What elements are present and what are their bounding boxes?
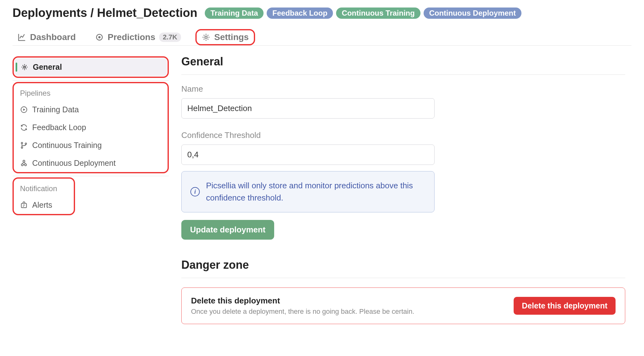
sidebar-item-continuous-deployment[interactable]: Continuous Deployment — [14, 154, 168, 172]
badge-training-data[interactable]: Training Data — [205, 8, 264, 19]
sidebar-item-training-data[interactable]: Training Data — [14, 101, 168, 119]
name-label: Name — [181, 84, 625, 94]
sidebar-item-feedback-loop[interactable]: Feedback Loop — [14, 119, 168, 136]
svg-point-1 — [99, 37, 100, 38]
threshold-info-text: Picsellia will only store and monitor pr… — [206, 180, 425, 204]
svg-point-2 — [205, 36, 207, 38]
field-threshold: Confidence Threshold i Picsellia will on… — [181, 130, 625, 212]
sidebar-item-alerts-label: Alerts — [32, 201, 52, 210]
tab-settings-label: Settings — [214, 32, 249, 42]
refresh-icon — [20, 124, 28, 131]
gear-icon — [21, 63, 28, 71]
svg-point-6 — [21, 147, 23, 149]
delete-title: Delete this deployment — [191, 296, 414, 306]
danger-text: Delete this deployment Once you delete a… — [191, 296, 414, 316]
delete-deployment-button[interactable]: Delete this deployment — [514, 297, 616, 315]
sidebar-item-feedback-loop-label: Feedback Loop — [32, 123, 86, 132]
name-input[interactable] — [181, 98, 435, 119]
tab-predictions[interactable]: Predictions 2.7K — [90, 30, 186, 44]
sidebar-item-general[interactable]: General — [14, 58, 167, 76]
tab-dashboard[interactable]: Dashboard — [13, 30, 81, 44]
threshold-info-callout: i Picsellia will only store and monitor … — [181, 171, 435, 212]
sidebar-item-continuous-training-label: Continuous Training — [32, 141, 102, 150]
gear-icon — [202, 33, 210, 42]
svg-point-8 — [21, 164, 23, 166]
svg-point-10 — [23, 160, 25, 162]
sidebar-item-continuous-training[interactable]: Continuous Training — [14, 136, 168, 154]
delete-subtitle: Once you delete a deployment, there is n… — [191, 308, 414, 316]
tab-settings[interactable]: Settings — [195, 29, 255, 45]
sidebar-item-general-label: General — [33, 63, 62, 72]
section-divider — [181, 74, 625, 75]
sidebar-item-continuous-deployment-label: Continuous Deployment — [32, 159, 116, 168]
svg-rect-11 — [21, 203, 27, 208]
webhook-icon — [20, 159, 28, 167]
update-deployment-button[interactable]: Update deployment — [181, 220, 274, 240]
info-icon: i — [190, 187, 200, 196]
breadcrumb: Deployments / Helmet_Detection — [13, 6, 197, 20]
danger-divider — [181, 278, 625, 278]
tab-dashboard-label: Dashboard — [30, 32, 76, 42]
git-branch-icon — [20, 141, 28, 149]
sidebar-group-pipelines-label: Pipelines — [14, 83, 168, 101]
sidebar-group-notification-label: Notification — [14, 179, 74, 196]
field-name: Name — [181, 84, 625, 119]
sidebar-divider — [13, 80, 169, 81]
threshold-input[interactable] — [181, 145, 435, 165]
badge-continuous-training[interactable]: Continuous Training — [336, 8, 420, 19]
badge-feedback-loop[interactable]: Feedback Loop — [267, 8, 333, 19]
target-icon — [95, 33, 104, 42]
play-circle-icon — [20, 106, 28, 114]
main-panel: General Name Confidence Threshold i Pics… — [181, 55, 631, 324]
svg-point-9 — [25, 164, 27, 166]
tab-predictions-label: Predictions — [108, 32, 155, 42]
sidebar-divider-2 — [13, 176, 169, 176]
svg-point-3 — [23, 66, 25, 68]
tabs-row: Dashboard Predictions 2.7K Settings — [13, 29, 631, 46]
section-title-danger: Danger zone — [181, 258, 625, 272]
chart-line-icon — [18, 33, 26, 42]
svg-point-5 — [21, 142, 23, 144]
alert-card-icon — [20, 201, 28, 209]
settings-sidebar: General Pipelines Training Data Feedback… — [13, 55, 169, 324]
badges-row: Training Data Feedback Loop Continuous T… — [205, 8, 521, 19]
threshold-label: Confidence Threshold — [181, 130, 625, 140]
sidebar-item-training-data-label: Training Data — [32, 105, 79, 114]
sidebar-item-alerts[interactable]: Alerts — [14, 196, 74, 214]
header: Deployments / Helmet_Detection Training … — [13, 6, 631, 20]
badge-continuous-deployment[interactable]: Continuous Deployment — [424, 8, 521, 19]
section-title-general: General — [181, 55, 625, 68]
danger-box: Delete this deployment Once you delete a… — [181, 287, 625, 324]
svg-point-7 — [25, 143, 27, 145]
predictions-count-badge: 2.7K — [159, 33, 181, 42]
